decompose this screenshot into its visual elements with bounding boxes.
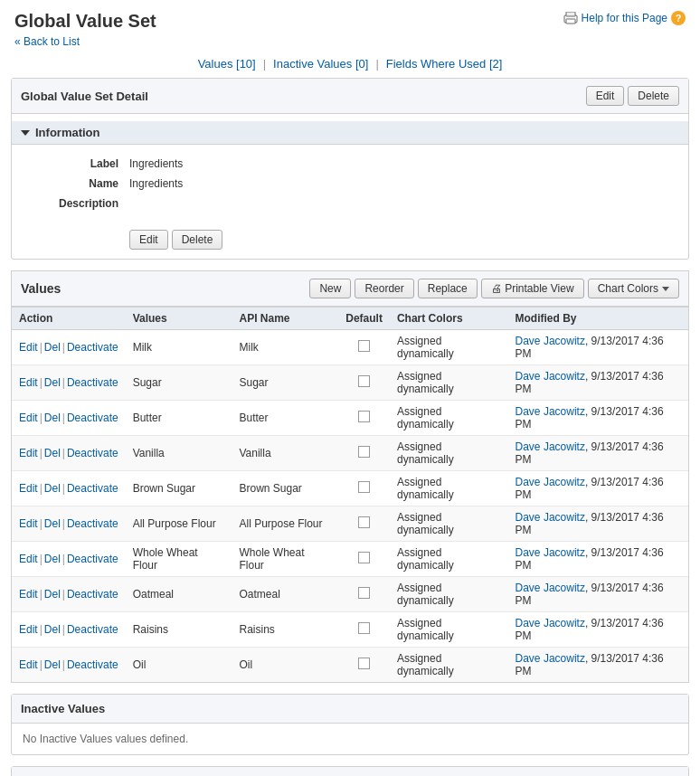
help-link[interactable]: Help for this Page bbox=[582, 12, 667, 24]
table-row: Edit|Del|DeactivateAll Purpose FlourAll … bbox=[12, 506, 688, 542]
edit-link[interactable]: Edit bbox=[19, 623, 38, 636]
modified-by-link[interactable]: Dave Jacowitz bbox=[516, 546, 585, 559]
del-link[interactable]: Del bbox=[44, 517, 61, 530]
default-cell bbox=[338, 436, 390, 471]
tab-fields-where-used[interactable]: Fields Where Used [2] bbox=[386, 57, 503, 71]
default-checkbox[interactable] bbox=[358, 587, 370, 599]
default-checkbox[interactable] bbox=[358, 411, 370, 422]
default-cell bbox=[338, 365, 390, 401]
default-checkbox[interactable] bbox=[358, 516, 370, 528]
collapse-arrow-icon[interactable] bbox=[21, 130, 30, 136]
deactivate-link[interactable]: Deactivate bbox=[67, 623, 118, 636]
del-link[interactable]: Del bbox=[44, 482, 61, 495]
del-link[interactable]: Del bbox=[44, 553, 61, 565]
edit-link[interactable]: Edit bbox=[19, 658, 38, 671]
table-row: Edit|Del|DeactivateWhole Wheat FlourWhol… bbox=[12, 542, 688, 577]
edit-link[interactable]: Edit bbox=[19, 517, 38, 530]
svg-rect-1 bbox=[566, 12, 575, 16]
modified-by-cell: Dave Jacowitz, 9/13/2017 4:36 PM bbox=[508, 612, 688, 648]
information-body: Label Ingredients Name Ingredients Descr… bbox=[12, 145, 688, 222]
del-link[interactable]: Del bbox=[44, 412, 61, 424]
action-cell: Edit|Del|Deactivate bbox=[12, 436, 126, 471]
tab-inactive-values[interactable]: Inactive Values [0] bbox=[273, 57, 368, 71]
modified-by-link[interactable]: Dave Jacowitz bbox=[516, 652, 585, 665]
information-header: Information bbox=[12, 121, 688, 145]
back-to-list-link[interactable]: « Back to List bbox=[14, 35, 80, 48]
edit-link[interactable]: Edit bbox=[19, 341, 38, 354]
table-row: Edit|Del|DeactivateRaisinsRaisinsAssigne… bbox=[12, 612, 688, 648]
info-edit-button[interactable]: Edit bbox=[129, 230, 168, 250]
col-default: Default bbox=[338, 308, 390, 330]
reorder-button[interactable]: Reorder bbox=[355, 279, 413, 298]
action-cell: Edit|Del|Deactivate bbox=[12, 401, 126, 436]
default-checkbox[interactable] bbox=[358, 481, 370, 493]
default-checkbox[interactable] bbox=[358, 658, 370, 669]
deactivate-link[interactable]: Deactivate bbox=[67, 553, 118, 565]
api-name-cell: All Purpose Flour bbox=[232, 506, 338, 542]
modified-by-cell: Dave Jacowitz, 9/13/2017 4:36 PM bbox=[508, 506, 688, 542]
modified-by-link[interactable]: Dave Jacowitz bbox=[516, 617, 585, 629]
default-checkbox[interactable] bbox=[358, 446, 370, 458]
deactivate-link[interactable]: Deactivate bbox=[67, 517, 118, 530]
modified-by-link[interactable]: Dave Jacowitz bbox=[516, 370, 585, 383]
edit-link[interactable]: Edit bbox=[19, 482, 38, 495]
default-cell bbox=[338, 471, 390, 506]
name-field-value: Ingredients bbox=[129, 177, 679, 190]
edit-link[interactable]: Edit bbox=[19, 376, 38, 389]
deactivate-link[interactable]: Deactivate bbox=[67, 658, 118, 671]
label-field-value: Ingredients bbox=[129, 157, 679, 170]
printable-view-button[interactable]: 🖨 Printable View bbox=[481, 279, 584, 298]
modified-by-link[interactable]: Dave Jacowitz bbox=[516, 440, 585, 453]
default-cell bbox=[338, 648, 390, 683]
default-checkbox[interactable] bbox=[358, 340, 370, 352]
inactive-values-header: Inactive Values bbox=[12, 695, 688, 724]
modified-by-link[interactable]: Dave Jacowitz bbox=[516, 582, 585, 594]
chart-colors-cell: Assigned dynamically bbox=[390, 436, 508, 471]
action-cell: Edit|Del|Deactivate bbox=[12, 648, 126, 683]
help-link-container[interactable]: Help for this Page ? bbox=[563, 11, 686, 25]
chart-colors-button[interactable]: Chart Colors bbox=[588, 279, 679, 298]
table-row: Edit|Del|DeactivateMilkMilkAssigned dyna… bbox=[12, 330, 688, 365]
modified-by-link[interactable]: Dave Jacowitz bbox=[516, 405, 585, 418]
default-checkbox[interactable] bbox=[358, 622, 370, 634]
svg-rect-2 bbox=[566, 19, 575, 24]
del-link[interactable]: Del bbox=[44, 588, 61, 601]
del-link[interactable]: Del bbox=[44, 447, 61, 459]
default-checkbox[interactable] bbox=[358, 375, 370, 387]
default-cell bbox=[338, 577, 390, 612]
edit-link[interactable]: Edit bbox=[19, 553, 38, 565]
detail-delete-button[interactable]: Delete bbox=[628, 86, 679, 106]
modified-by-link[interactable]: Dave Jacowitz bbox=[516, 335, 585, 347]
detail-edit-button[interactable]: Edit bbox=[586, 86, 625, 106]
del-link[interactable]: Del bbox=[44, 623, 61, 636]
col-modified-by: Modified By bbox=[508, 308, 688, 330]
deactivate-link[interactable]: Deactivate bbox=[67, 588, 118, 601]
info-delete-button[interactable]: Delete bbox=[172, 230, 223, 250]
deactivate-link[interactable]: Deactivate bbox=[67, 447, 118, 459]
default-checkbox[interactable] bbox=[358, 552, 370, 563]
edit-link[interactable]: Edit bbox=[19, 412, 38, 424]
col-values: Values bbox=[126, 308, 232, 330]
modified-by-cell: Dave Jacowitz, 9/13/2017 4:36 PM bbox=[508, 401, 688, 436]
value-cell: Butter bbox=[126, 401, 232, 436]
del-link[interactable]: Del bbox=[44, 341, 61, 354]
back-link[interactable]: « Back to List bbox=[14, 35, 156, 48]
detail-section-buttons: Edit Delete bbox=[586, 86, 679, 106]
deactivate-link[interactable]: Deactivate bbox=[67, 376, 118, 389]
tab-values[interactable]: Values [10] bbox=[198, 57, 256, 71]
values-section-header: Values New Reorder Replace 🖨 Printable V… bbox=[12, 271, 688, 307]
del-link[interactable]: Del bbox=[44, 658, 61, 671]
del-link[interactable]: Del bbox=[44, 376, 61, 389]
deactivate-link[interactable]: Deactivate bbox=[67, 341, 118, 354]
deactivate-link[interactable]: Deactivate bbox=[67, 482, 118, 495]
replace-button[interactable]: Replace bbox=[418, 279, 478, 298]
modified-by-link[interactable]: Dave Jacowitz bbox=[516, 476, 585, 488]
edit-link[interactable]: Edit bbox=[19, 588, 38, 601]
page-header: Global Value Set « Back to List Help for… bbox=[0, 0, 700, 48]
edit-link[interactable]: Edit bbox=[19, 447, 38, 459]
description-field-value bbox=[129, 197, 679, 210]
modified-by-link[interactable]: Dave Jacowitz bbox=[516, 511, 585, 524]
new-button[interactable]: New bbox=[309, 279, 351, 298]
value-cell: Oatmeal bbox=[126, 577, 232, 612]
deactivate-link[interactable]: Deactivate bbox=[67, 412, 118, 424]
